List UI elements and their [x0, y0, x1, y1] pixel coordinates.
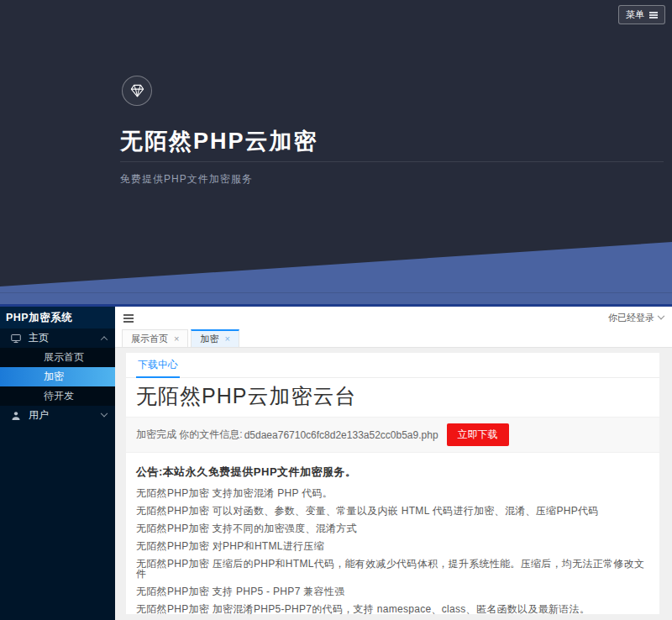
chevron-down-icon	[101, 409, 108, 416]
hamburger-icon	[649, 14, 658, 16]
topbar: 你已经登录	[115, 307, 672, 329]
download-card: 下载中心 无陌然PHP云加密云台 加密完成 你的文件信息: d5daea7671…	[126, 353, 659, 614]
hero-seam-line	[0, 292, 672, 293]
monitor-icon	[10, 333, 22, 344]
sidebar-submenu: 展示首页 加密 待开发	[0, 348, 115, 406]
file-info-prefix: 加密完成 你的文件信息:	[136, 428, 243, 442]
sidebar-item-show-home[interactable]: 展示首页	[0, 348, 115, 367]
hero-divider	[120, 161, 664, 162]
sidebar-brand: PHP加密系统	[0, 307, 115, 328]
notice-title: 公告:本站永久免费提供PHP文件加密服务。	[136, 465, 649, 480]
file-name: d5daea76710c6fc8d2e133a52cc0b5a9.php	[244, 429, 438, 441]
hero-title: 无陌然PHP云加密	[120, 126, 318, 156]
notice-line: 无陌然PHP加密 加密混淆PHP5-PHP7的代码，支持 namespace、c…	[136, 604, 649, 614]
notice-line: 无陌然PHP加密 压缩后的PHP和HTML代码，能有效减少代码体积，提升系统性能…	[136, 559, 649, 579]
download-button[interactable]: 立即下载	[447, 423, 509, 446]
sidebar-item-user[interactable]: 用户	[0, 406, 115, 425]
hero-diagonal-decoration	[0, 0, 672, 304]
page-title: 无陌然PHP云加密云台	[136, 383, 649, 408]
sidebar-item-todo[interactable]: 待开发	[0, 386, 115, 406]
caret-down-icon	[658, 312, 664, 318]
close-icon[interactable]: ×	[224, 334, 229, 344]
login-status-label: 你已经登录	[608, 312, 654, 324]
hero-banner: 菜单 无陌然PHP云加密 免费提供PHP文件加密服务	[0, 0, 672, 304]
user-icon	[10, 410, 22, 422]
tab-encrypt-label: 加密	[200, 333, 218, 345]
admin-panel: PHP加密系统 主页 展示首页 加密 待开发 用户	[0, 304, 672, 620]
card-tab-bar: 下载中心	[126, 353, 659, 378]
tab-encrypt[interactable]: 加密 ×	[191, 329, 239, 347]
sidebar-item-user-label: 用户	[29, 408, 102, 423]
close-icon[interactable]: ×	[174, 334, 179, 344]
main-area: 你已经登录 展示首页 × 加密 × 下载中心 无陌然PHP云加密云台 加密	[115, 307, 672, 620]
hero-subtitle: 免费提供PHP文件加密服务	[120, 172, 253, 187]
tab-bar: 展示首页 × 加密 ×	[115, 329, 672, 348]
tab-download-center[interactable]: 下载中心	[136, 353, 180, 378]
notice-section: 公告:本站永久免费提供PHP文件加密服务。 无陌然PHP加密 支持加密混淆 PH…	[126, 453, 659, 614]
file-info-bar: 加密完成 你的文件信息: d5daea76710c6fc8d2e133a52cc…	[126, 417, 659, 453]
sidebar-item-encrypt[interactable]: 加密	[0, 367, 115, 386]
sidebar-item-home[interactable]: 主页	[0, 328, 115, 348]
notice-line: 无陌然PHP加密 对PHP和HTML进行压缩	[136, 541, 649, 551]
login-status[interactable]: 你已经登录	[608, 312, 664, 324]
notice-line: 无陌然PHP加密 支持加密混淆 PHP 代码。	[136, 488, 649, 498]
tab-show-home-label: 展示首页	[131, 333, 168, 345]
menu-button-label: 菜单	[626, 8, 644, 21]
diamond-icon	[122, 76, 152, 106]
sidebar: PHP加密系统 主页 展示首页 加密 待开发 用户	[0, 307, 115, 620]
sidebar-item-home-label: 主页	[29, 331, 102, 345]
content-area: 下载中心 无陌然PHP云加密云台 加密完成 你的文件信息: d5daea7671…	[115, 348, 672, 620]
chevron-up-icon	[101, 336, 108, 343]
menu-button[interactable]: 菜单	[618, 5, 665, 24]
collapse-sidebar-icon[interactable]	[123, 318, 134, 319]
notice-line: 无陌然PHP加密 支持 PHP5 - PHP7 兼容性强	[136, 586, 649, 596]
tab-show-home[interactable]: 展示首页 ×	[122, 329, 188, 347]
notice-line: 无陌然PHP加密 可以对函数、参数、变量、常量以及内嵌 HTML 代码进行加密、…	[136, 506, 649, 516]
notice-line: 无陌然PHP加密 支持不同的加密强度、混淆方式	[136, 523, 649, 533]
